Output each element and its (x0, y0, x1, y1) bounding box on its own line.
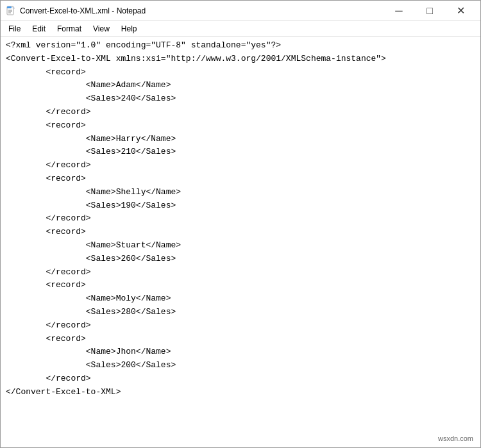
menu-view[interactable]: View (88, 22, 115, 36)
title-bar-controls: ─ □ ✕ (384, 1, 475, 21)
minimize-button[interactable]: ─ (384, 1, 414, 21)
menu-edit[interactable]: Edit (27, 22, 51, 36)
text-editor[interactable]: <?xml version="1.0" encoding="UTF-8" sta… (1, 37, 480, 447)
menu-help[interactable]: Help (116, 22, 142, 36)
menu-file[interactable]: File (3, 22, 26, 36)
xml-content: <?xml version="1.0" encoding="UTF-8" sta… (6, 39, 475, 399)
svg-rect-1 (7, 6, 12, 8)
title-bar-left: Convert-Excel-to-XML.xml - Notepad (6, 6, 146, 16)
close-button[interactable]: ✕ (446, 1, 475, 21)
window-title: Convert-Excel-to-XML.xml - Notepad (20, 6, 146, 15)
title-bar: Convert-Excel-to-XML.xml - Notepad ─ □ ✕ (1, 1, 480, 21)
maximize-button[interactable]: □ (415, 1, 444, 21)
watermark: wsxdn.com (435, 434, 476, 443)
notepad-window: Convert-Excel-to-XML.xml - Notepad ─ □ ✕… (0, 0, 481, 448)
app-icon (6, 6, 16, 16)
menu-bar: File Edit Format View Help (1, 21, 480, 37)
menu-format[interactable]: Format (52, 22, 87, 36)
